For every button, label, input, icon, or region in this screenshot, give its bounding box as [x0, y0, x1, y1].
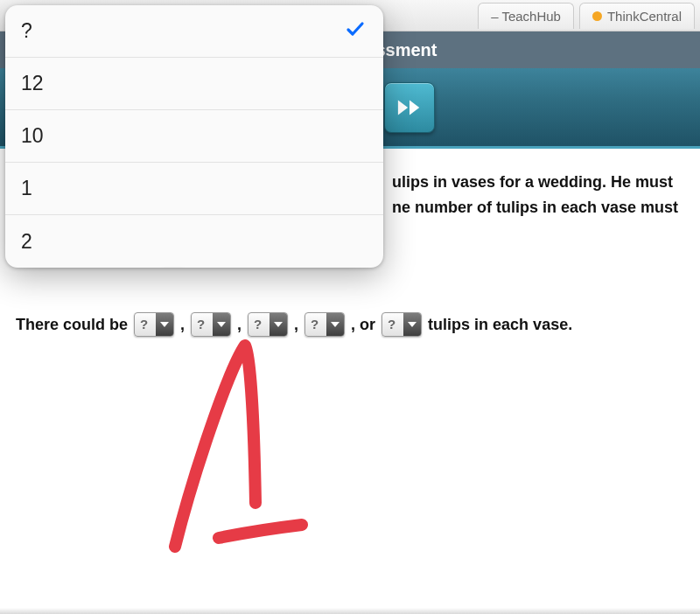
answer-suffix: tulips in each vase.: [428, 312, 572, 338]
dropdown-value: ?: [135, 314, 156, 335]
chevron-down-icon: [270, 313, 287, 336]
tab-label: – TeachHub: [491, 9, 561, 24]
tab-teachhub[interactable]: – TeachHub: [478, 3, 574, 29]
chevron-down-icon: [403, 313, 421, 336]
option-label: 12: [21, 72, 368, 95]
dropdown-value: ?: [192, 314, 213, 335]
option-label: 10: [21, 124, 368, 148]
option-label: 1: [21, 177, 368, 200]
answer-dropdown-5[interactable]: ?: [382, 312, 422, 337]
question-intro-line: ne number of tulips in each vase must: [392, 195, 684, 220]
chevron-down-icon: [326, 313, 344, 336]
favicon-dot-icon: [592, 11, 602, 21]
chevron-down-icon: [156, 313, 173, 336]
fast-forward-icon: [396, 96, 423, 119]
tab-thinkcentral[interactable]: ThinkCentral: [579, 3, 695, 29]
dropdown-option[interactable]: ?: [5, 5, 383, 58]
answer-sentence: There could be ? , ? , ? , ? , or ? tuli…: [16, 312, 684, 338]
answer-dropdown-4[interactable]: ?: [304, 312, 345, 337]
answer-dropdown-2[interactable]: ?: [191, 312, 231, 337]
comma: ,: [294, 312, 298, 338]
answer-dropdown-3[interactable]: ?: [248, 312, 288, 337]
answer-prefix: There could be: [16, 312, 128, 338]
option-label: 2: [21, 230, 368, 254]
dropdown-value: ?: [248, 314, 270, 335]
answer-or: , or: [351, 312, 375, 338]
dropdown-option[interactable]: 12: [5, 58, 383, 110]
dropdown-option[interactable]: 10: [5, 110, 383, 163]
checkmark-icon: [345, 18, 368, 45]
dropdown-value: ?: [305, 314, 326, 335]
comma: ,: [180, 312, 185, 338]
question-intro-line: ulips in vases for a wedding. He must: [392, 170, 684, 195]
comma: ,: [237, 312, 242, 338]
tab-label: ThinkCentral: [607, 9, 682, 24]
answer-dropdown-1[interactable]: ?: [134, 312, 174, 337]
chevron-down-icon: [213, 313, 230, 336]
fast-forward-button[interactable]: [384, 82, 435, 133]
dropdown-option[interactable]: 1: [5, 163, 383, 215]
bottom-shadow: [0, 608, 700, 614]
dropdown-option[interactable]: 2: [5, 215, 383, 268]
dropdown-value: ?: [382, 314, 403, 335]
option-label: ?: [21, 19, 345, 43]
dropdown-popover: ? 12 10 1 2: [5, 5, 383, 268]
